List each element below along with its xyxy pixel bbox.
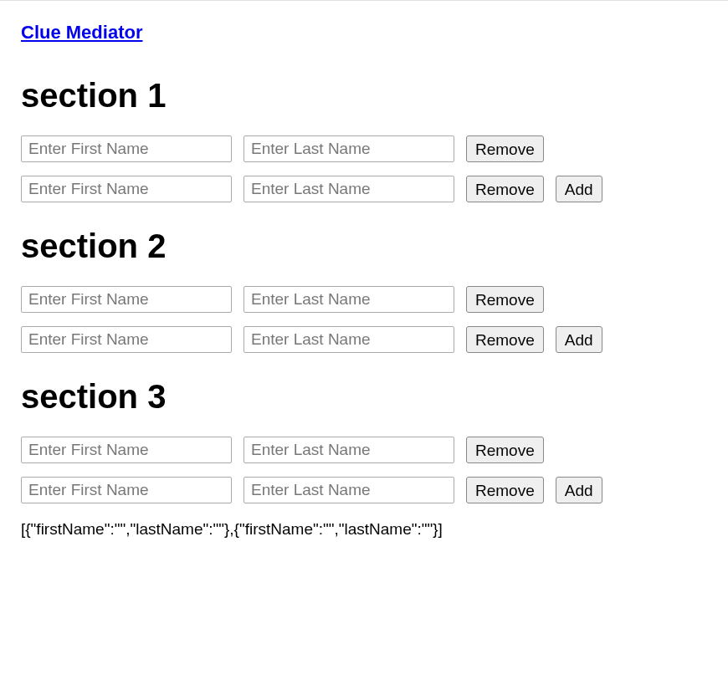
add-button[interactable]: Add	[556, 477, 602, 503]
remove-button[interactable]: Remove	[466, 176, 544, 202]
add-button[interactable]: Add	[556, 326, 602, 353]
section-2-row-0: Remove	[21, 286, 707, 313]
last-name-input[interactable]	[244, 437, 454, 463]
first-name-input[interactable]	[21, 135, 232, 162]
last-name-input[interactable]	[244, 326, 454, 353]
section-2-row-1: Remove Add	[21, 326, 707, 353]
remove-button[interactable]: Remove	[466, 437, 544, 463]
last-name-input[interactable]	[244, 176, 454, 202]
remove-button[interactable]: Remove	[466, 477, 544, 503]
section-1-row-1: Remove Add	[21, 176, 707, 202]
first-name-input[interactable]	[21, 176, 232, 202]
remove-button[interactable]: Remove	[466, 326, 544, 353]
last-name-input[interactable]	[244, 135, 454, 162]
first-name-input[interactable]	[21, 437, 232, 463]
first-name-input[interactable]	[21, 286, 232, 313]
section-3-heading: section 3	[21, 378, 707, 416]
last-name-input[interactable]	[244, 286, 454, 313]
section-3-row-1: Remove Add	[21, 477, 707, 503]
section-1-heading: section 1	[21, 77, 707, 115]
last-name-input[interactable]	[244, 477, 454, 503]
remove-button[interactable]: Remove	[466, 135, 544, 162]
first-name-input[interactable]	[21, 477, 232, 503]
header-link[interactable]: Clue Mediator	[21, 22, 142, 43]
section-3-row-0: Remove	[21, 437, 707, 463]
first-name-input[interactable]	[21, 326, 232, 353]
json-output: [{"firstName":"","lastName":""},{"firstN…	[21, 520, 707, 539]
add-button[interactable]: Add	[556, 176, 602, 202]
section-1-row-0: Remove	[21, 135, 707, 162]
section-2-heading: section 2	[21, 227, 707, 265]
remove-button[interactable]: Remove	[466, 286, 544, 313]
